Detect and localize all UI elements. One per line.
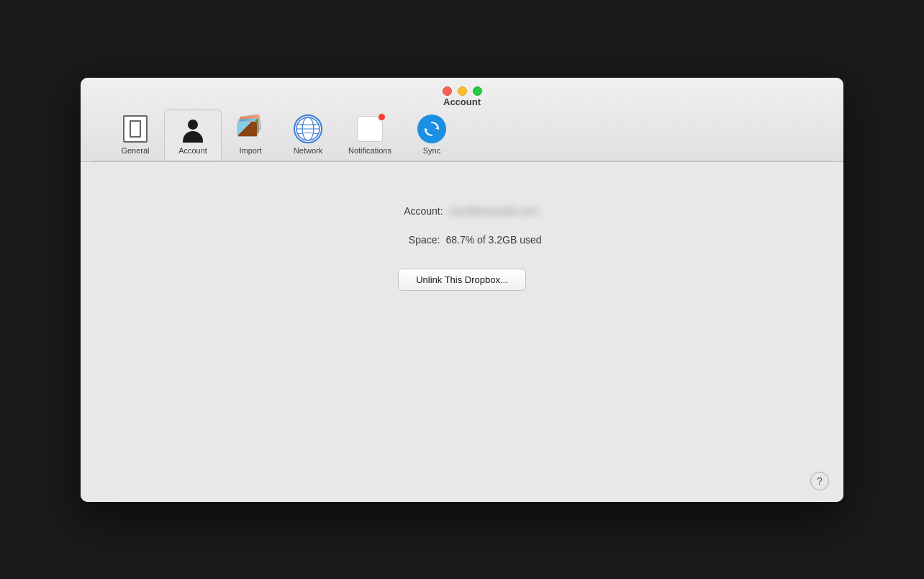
toolbar-separator bbox=[92, 161, 832, 161]
network-globe-icon bbox=[294, 115, 322, 143]
svg-marker-3 bbox=[435, 126, 438, 129]
globe-svg bbox=[295, 116, 321, 142]
account-tab-icon bbox=[178, 115, 207, 143]
info-section: Account: user@example.com Space: 68.7% o… bbox=[382, 205, 541, 246]
notifications-tab-icon bbox=[355, 115, 384, 143]
notification-bell-icon bbox=[357, 116, 383, 142]
app-window: Account General Account bbox=[81, 78, 843, 502]
tab-sync[interactable]: Sync bbox=[403, 110, 461, 161]
window-title: Account bbox=[443, 96, 481, 107]
close-button[interactable] bbox=[443, 86, 452, 96]
tab-network[interactable]: Network bbox=[279, 110, 337, 161]
import-tab-label: Import bbox=[239, 146, 261, 155]
window-controls bbox=[443, 86, 482, 96]
tab-general[interactable]: General bbox=[107, 110, 164, 161]
space-field-label: Space: bbox=[382, 234, 440, 246]
network-tab-icon bbox=[294, 115, 322, 143]
sync-tab-icon bbox=[417, 115, 446, 143]
minimize-button[interactable] bbox=[458, 86, 467, 96]
account-row: Account: user@example.com bbox=[386, 205, 539, 217]
tab-notifications[interactable]: Notifications bbox=[337, 110, 403, 161]
tab-import[interactable]: Import bbox=[222, 110, 279, 161]
titlebar: Account General Account bbox=[81, 78, 843, 162]
network-tab-label: Network bbox=[294, 146, 322, 155]
notifications-tab-label: Notifications bbox=[348, 146, 391, 155]
space-field-value: 68.7% of 3.2GB used bbox=[445, 234, 541, 246]
sync-tab-label: Sync bbox=[423, 146, 440, 155]
account-field-label: Account: bbox=[386, 205, 443, 217]
general-icon bbox=[123, 115, 148, 143]
account-person-icon bbox=[179, 115, 207, 143]
bottom-bar: ? bbox=[81, 464, 843, 502]
account-body bbox=[183, 131, 203, 143]
general-tab-label: General bbox=[121, 146, 149, 155]
toolbar: General Account bbox=[92, 104, 832, 161]
svg-marker-4 bbox=[425, 129, 428, 132]
titlebar-row: Account bbox=[92, 86, 832, 104]
tab-account[interactable]: Account bbox=[164, 109, 222, 161]
help-button[interactable]: ? bbox=[810, 472, 829, 490]
space-row: Space: 68.7% of 3.2GB used bbox=[382, 234, 541, 246]
import-tab-icon bbox=[236, 115, 265, 143]
sync-circle-icon bbox=[417, 115, 446, 143]
general-tab-icon bbox=[121, 115, 150, 143]
photo-card-3 bbox=[237, 121, 258, 137]
account-head bbox=[188, 120, 198, 130]
unlink-button[interactable]: Unlink This Dropbox... bbox=[398, 269, 526, 291]
import-photos-icon bbox=[236, 115, 265, 143]
content-area: Account: user@example.com Space: 68.7% o… bbox=[81, 162, 843, 464]
notification-badge bbox=[377, 112, 386, 122]
account-field-value: user@example.com bbox=[449, 205, 539, 217]
sync-arrows-svg bbox=[422, 120, 441, 138]
maximize-button[interactable] bbox=[473, 86, 482, 96]
account-tab-label: Account bbox=[178, 146, 207, 155]
